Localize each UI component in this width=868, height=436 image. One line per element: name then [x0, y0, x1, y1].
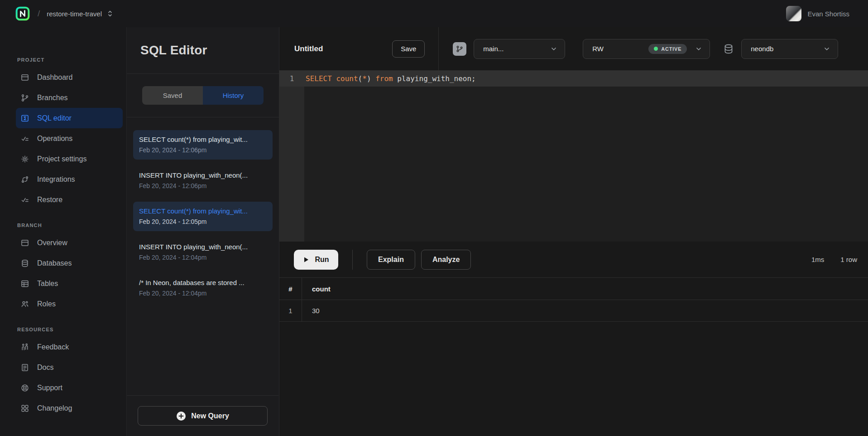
branch-chip-icon [453, 42, 466, 56]
query-title[interactable]: Untitled [294, 44, 323, 53]
sidebar-item-support[interactable]: Support [0, 378, 126, 398]
line-number: 1 [279, 71, 304, 87]
sidebar-item-label: Overview [37, 239, 67, 247]
history-item[interactable]: SELECT count(*) from playing_wit... Feb … [133, 130, 273, 160]
sidebar-item-label: Docs [37, 363, 53, 372]
sidebar-section-resources: RESOURCES [17, 327, 126, 332]
column-header-index: # [279, 278, 302, 300]
editor-header: Untitled Save main... RW ACTIVE [279, 27, 868, 71]
history-item-date: Feb 20, 2024 - 12:06pm [139, 146, 267, 154]
sidebar-item-restore[interactable]: Restore [0, 189, 126, 210]
code-editor[interactable]: 1 SELECT count(*) from playing_with_neon… [279, 71, 868, 242]
breadcrumb-project-name[interactable]: restore-time-travel [47, 10, 102, 18]
table-row: 1 30 [279, 300, 868, 322]
sql-function: count [336, 74, 358, 83]
plus-circle-icon [176, 411, 186, 421]
results-table: # count 1 30 [279, 278, 868, 322]
sidebar-item-dashboard[interactable]: Dashboard [0, 67, 126, 87]
actions-divider [352, 250, 353, 270]
tab-history[interactable]: History [203, 86, 264, 105]
history-item-query: INSERT INTO playing_with_neon(... [139, 171, 267, 179]
database-icon [20, 259, 29, 268]
sidebar-item-sql-editor[interactable]: SQL editor [16, 108, 123, 128]
operations-icon [20, 134, 29, 143]
sql-paren: ( [358, 74, 363, 83]
overview-icon [20, 238, 29, 247]
topbar: / restore-time-travel Evan Shortiss [0, 0, 868, 27]
query-panel: SQL Editor Saved History SELECT count(*)… [127, 27, 279, 436]
history-item[interactable]: /* In Neon, databases are stored ... Feb… [133, 273, 273, 303]
sidebar-item-label: Roles [37, 300, 56, 308]
tab-saved[interactable]: Saved [142, 86, 203, 105]
sidebar-section-branch: BRANCH [17, 223, 126, 228]
history-item[interactable]: INSERT INTO playing_with_neon(... Feb 20… [133, 166, 273, 195]
dashboard-icon [20, 73, 29, 82]
history-item-query: SELECT count(*) from playing_wit... [139, 207, 267, 215]
integrations-icon [20, 175, 29, 184]
sidebar-item-project-settings[interactable]: Project settings [0, 149, 126, 169]
analyze-button[interactable]: Analyze [421, 250, 471, 270]
main-area: Untitled Save main... RW ACTIVE [279, 27, 868, 436]
sidebar-item-docs[interactable]: Docs [0, 357, 126, 378]
new-query-button[interactable]: New Query [138, 406, 268, 426]
sidebar-item-databases[interactable]: Databases [0, 253, 126, 273]
sidebar-item-label: Changelog [37, 404, 72, 412]
new-query-label: New Query [191, 412, 229, 420]
history-item-date: Feb 20, 2024 - 12:06pm [139, 182, 267, 189]
active-dot-icon [654, 47, 658, 51]
sidebar-item-branches[interactable]: Branches [0, 87, 126, 108]
avatar [786, 6, 801, 21]
branch-select[interactable]: main... [474, 39, 565, 59]
sql-paren: ) [367, 74, 371, 83]
database-select-value: neondb [751, 45, 773, 53]
table-icon [20, 279, 29, 288]
saved-history-tabs: Saved History [142, 86, 264, 105]
row-index: 1 [279, 300, 302, 321]
neon-logo-icon[interactable] [15, 6, 30, 21]
sidebar-item-integrations[interactable]: Integrations [0, 169, 126, 189]
sidebar: PROJECT Dashboard Branches SQL editor [0, 27, 127, 436]
sql-keyword: from [371, 74, 398, 83]
save-button[interactable]: Save [392, 40, 425, 58]
sql-identifier: playing_with_neon; [397, 74, 475, 83]
history-item-query: /* In Neon, databases are stored ... [139, 279, 267, 286]
history-list: SELECT count(*) from playing_wit... Feb … [127, 117, 279, 303]
branch-select-value: main... [483, 45, 504, 53]
status-badge: ACTIVE [648, 44, 687, 54]
status-badge-label: ACTIVE [661, 46, 681, 52]
column-header-count: count [302, 278, 868, 300]
user-menu[interactable]: Evan Shortiss [786, 6, 849, 21]
sidebar-item-tables[interactable]: Tables [0, 273, 126, 294]
gear-icon [20, 155, 29, 164]
sidebar-item-feedback[interactable]: Feedback [0, 337, 126, 357]
compute-select[interactable]: RW ACTIVE [583, 39, 710, 59]
compute-select-value: RW [592, 45, 604, 53]
sidebar-item-label: Integrations [37, 175, 75, 184]
grid-icon [20, 404, 29, 413]
history-item-date: Feb 20, 2024 - 12:04pm [139, 290, 267, 297]
lifebuoy-icon [20, 383, 29, 392]
explain-button[interactable]: Explain [367, 250, 415, 270]
run-button[interactable]: Run [294, 250, 338, 270]
sidebar-item-changelog[interactable]: Changelog [0, 398, 126, 418]
chevron-down-icon [550, 45, 557, 53]
neon-console: / restore-time-travel Evan Shortiss PROJ… [0, 0, 868, 436]
database-select[interactable]: neondb [741, 39, 838, 59]
project-switcher-icon[interactable] [107, 10, 113, 17]
sql-code-line[interactable]: SELECT count(*) from playing_with_neon; [306, 71, 476, 87]
history-item[interactable]: INSERT INTO playing_with_neon(... Feb 20… [133, 237, 273, 267]
sidebar-item-overview[interactable]: Overview [0, 233, 126, 253]
sidebar-item-label: Project settings [37, 155, 86, 163]
history-item-query: SELECT count(*) from playing_wit... [139, 136, 267, 143]
sql-star: * [362, 74, 367, 83]
restore-icon [20, 195, 29, 204]
sidebar-item-label: Restore [37, 196, 62, 204]
chevron-down-icon [695, 45, 702, 53]
breadcrumb-separator: / [38, 9, 40, 19]
history-item-selected[interactable]: SELECT count(*) from playing_wit... Feb … [133, 202, 273, 231]
header-divider [438, 27, 439, 70]
sidebar-item-operations[interactable]: Operations [0, 128, 126, 149]
chevron-down-icon [823, 45, 830, 53]
sidebar-section-project: PROJECT [17, 57, 126, 63]
sidebar-item-roles[interactable]: Roles [0, 294, 126, 314]
